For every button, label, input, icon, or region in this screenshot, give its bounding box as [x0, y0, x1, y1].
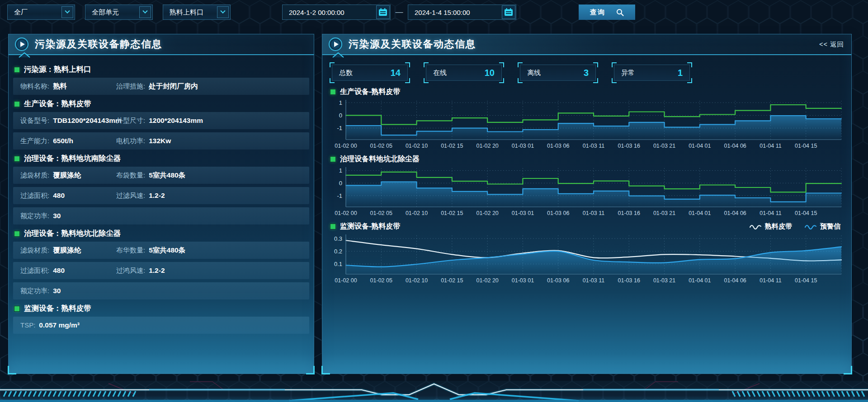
svg-text:01-02 05: 01-02 05 — [370, 277, 392, 284]
svg-text:0: 0 — [339, 112, 342, 119]
date-from-input[interactable]: 2024-1-2 00:00:00 — [282, 5, 391, 20]
info-label: 布华数量: — [116, 246, 145, 255]
info-value: 1.2-2 — [149, 192, 165, 200]
info-label: 滤袋材质: — [20, 246, 49, 255]
chart-canvas: 0.30.20.101-02 0001-02 0501-02 1001-02 1… — [330, 233, 843, 285]
chart-title: 监测设备-熟料皮带 — [340, 222, 400, 231]
svg-text:01-02 05: 01-02 05 — [370, 143, 392, 149]
info-value: 30 — [53, 212, 61, 220]
info-cell: 设备型号:TDB1200*204143mm — [20, 117, 116, 125]
dynamic-info-panel: 污染源及关联设备动态信息 << 返回 总数14在线10离线3异常1 生产设备-熟… — [322, 34, 852, 374]
stat-card-inner: 离线3 — [520, 65, 596, 81]
info-cell: 过滤风速:1.2-2 — [116, 192, 302, 200]
info-value: 覆膜涤纶 — [53, 246, 81, 255]
info-cell: TSP:0.057 mg/m³ — [20, 321, 302, 329]
chart-legend: 熟料皮带预警信 — [750, 222, 842, 231]
calendar-icon[interactable] — [376, 5, 390, 19]
info-row: TSP:0.057 mg/m³ — [13, 317, 309, 334]
info-value: 覆膜涤纶 — [53, 171, 81, 180]
info-value: 650t/h — [53, 137, 73, 145]
search-icon — [616, 9, 624, 16]
date-to-input[interactable]: 2024-1-4 15:00:00 — [408, 5, 516, 20]
svg-text:01-02 20: 01-02 20 — [476, 210, 498, 216]
svg-text:-1: -1 — [337, 125, 342, 131]
info-label: 治理措施: — [116, 82, 145, 91]
chart-canvas: 10-101-02 0001-02 0501-02 1001-02 1501-0… — [330, 98, 843, 150]
info-value: 处于封闭厂房内 — [149, 82, 198, 91]
svg-text:01-02 10: 01-02 10 — [406, 277, 428, 284]
info-row: 滤袋材质:覆膜涤纶布袋数量:5室共480条 — [13, 167, 309, 184]
plant-select[interactable]: 全厂 — [7, 5, 75, 20]
play-icon — [14, 37, 29, 51]
back-button[interactable]: << 返回 — [819, 40, 844, 49]
info-value: 132Kw — [149, 137, 171, 145]
chevron-down-icon[interactable] — [139, 6, 151, 18]
svg-text:01-04 15: 01-04 15 — [795, 210, 817, 216]
source-select[interactable]: 熟料上料口 — [163, 5, 231, 20]
info-value: 1200*204143mm — [149, 117, 203, 125]
plant-select-value: 全厂 — [14, 8, 28, 17]
unit-select[interactable]: 全部单元 — [85, 5, 153, 20]
footer-decoration — [0, 381, 868, 402]
query-button[interactable]: 查询 — [579, 5, 635, 20]
info-cell: 治理措施:处于封闭厂房内 — [116, 82, 302, 91]
svg-text:01-04 11: 01-04 11 — [760, 277, 781, 284]
legend-item[interactable]: 熟料皮带 — [750, 222, 792, 231]
static-info-panel: 污染源及关联设备静态信息 污染源：熟料上料口物料名称:熟料治理措施:处于封闭厂房… — [8, 34, 314, 374]
info-value: 5室共480条 — [149, 171, 185, 180]
svg-text:01-03 06: 01-03 06 — [547, 277, 569, 284]
svg-text:01-02 15: 01-02 15 — [441, 210, 463, 216]
section-header: 污染源：熟料上料口 — [13, 65, 309, 75]
info-value: 5室共480条 — [149, 246, 185, 255]
info-row: 物料名称:熟料治理措施:处于封闭厂房内 — [13, 78, 309, 95]
svg-text:01-03 01: 01-03 01 — [512, 277, 534, 284]
svg-text:01-04 01: 01-04 01 — [689, 210, 711, 216]
svg-text:01-02 20: 01-02 20 — [476, 143, 498, 149]
top-toolbar: 全厂 全部单元 熟料上料口 2024-1-2 00:00:00 — 2024-1… — [7, 4, 635, 20]
info-label: 设备型号: — [20, 117, 49, 125]
stat-card: 异常1 — [612, 62, 692, 83]
section-header: 治理设备：熟料地坑南除尘器 — [13, 154, 309, 164]
source-select-value: 熟料上料口 — [170, 8, 203, 17]
stats-row: 总数14在线10离线3异常1 — [330, 62, 842, 83]
unit-select-value: 全部单元 — [92, 8, 119, 17]
info-cell: 过滤面积:480 — [20, 266, 116, 275]
svg-text:01-02 00: 01-02 00 — [335, 277, 357, 284]
svg-text:01-03 21: 01-03 21 — [653, 210, 675, 216]
chevron-down-icon[interactable] — [61, 6, 73, 18]
info-cell: 过鸿风速:1.2-2 — [116, 266, 302, 275]
svg-text:01-03 11: 01-03 11 — [583, 210, 604, 216]
svg-text:01-03 21: 01-03 21 — [653, 277, 675, 284]
green-square-icon — [14, 306, 19, 311]
svg-text:0: 0 — [339, 180, 342, 187]
info-value: 480 — [53, 192, 65, 200]
svg-text:01-03 01: 01-03 01 — [512, 143, 534, 149]
svg-text:01-03 16: 01-03 16 — [618, 210, 640, 216]
svg-text:01-04 11: 01-04 11 — [760, 210, 781, 216]
svg-text:01-02 00: 01-02 00 — [335, 210, 357, 216]
calendar-icon[interactable] — [502, 5, 515, 19]
info-row: 额定功率:30 — [13, 282, 309, 299]
svg-text:01-02 05: 01-02 05 — [370, 210, 392, 216]
info-label: 物料名称: — [20, 82, 49, 91]
section-header-text: 监测设备：熟料皮带 — [24, 304, 91, 313]
chevron-down-icon[interactable] — [217, 6, 229, 18]
info-value: TDB1200*204143mm — [53, 117, 122, 125]
dynamic-info-body: 总数14在线10离线3异常1 生产设备-熟料皮带10-101-02 0001-0… — [322, 55, 851, 285]
legend-label: 熟料皮带 — [765, 222, 792, 231]
info-label: 外型尺寸: — [116, 117, 145, 125]
info-value: 30 — [53, 287, 61, 295]
green-square-icon — [330, 89, 335, 94]
section-header: 生产设备：熟料皮带 — [13, 99, 309, 109]
info-cell: 电机功率:132Kw — [116, 137, 302, 145]
date-to-value: 2024-1-4 15:00:00 — [415, 9, 470, 16]
legend-item[interactable]: 预警信 — [805, 222, 840, 231]
info-label: 额定功率: — [20, 287, 49, 295]
svg-text:01-02 15: 01-02 15 — [441, 143, 463, 149]
info-label: TSP: — [20, 321, 35, 329]
info-cell: 生产能力:650t/h — [20, 137, 116, 145]
svg-text:01-02 10: 01-02 10 — [406, 143, 428, 149]
svg-text:01-02 10: 01-02 10 — [406, 210, 428, 216]
section-header-text: 污染源：熟料上料口 — [24, 65, 91, 75]
date-range-separator: — — [391, 8, 408, 17]
